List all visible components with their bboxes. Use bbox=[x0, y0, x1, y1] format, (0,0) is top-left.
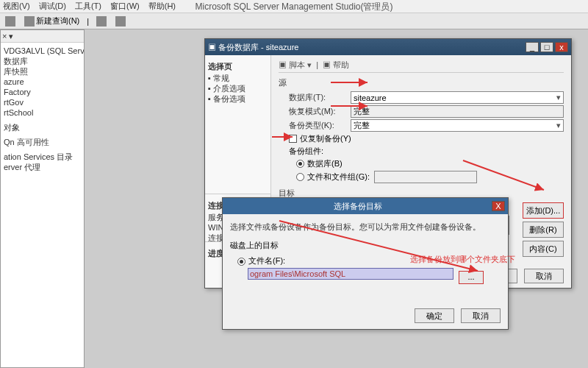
explorer-header: × ▾ bbox=[1, 30, 84, 43]
database-combo[interactable]: siteazure bbox=[351, 91, 564, 104]
maximize-button[interactable]: □ bbox=[540, 42, 553, 52]
help-button[interactable]: ▣ 帮助 bbox=[323, 60, 349, 69]
open-icon bbox=[96, 16, 107, 26]
fg-field bbox=[374, 171, 477, 183]
db-icon bbox=[5, 16, 15, 26]
annotation-text: 选择备份放到哪个文件夹底下 bbox=[410, 254, 515, 265]
tree-item[interactable]: Qn 高可用性 bbox=[4, 137, 81, 147]
tree-item[interactable]: 库快照 bbox=[4, 66, 81, 77]
select-title: 选择备份目标 bbox=[226, 201, 490, 212]
page-general[interactable]: ▪ 常规 bbox=[208, 73, 268, 83]
menu-window[interactable]: 窗口(W) bbox=[110, 1, 140, 12]
toolbar-sep: | bbox=[85, 16, 91, 26]
copyonly-checkbox[interactable] bbox=[289, 135, 297, 143]
newquery-icon bbox=[24, 16, 35, 26]
disk-dest-label: 磁盘上的目标 bbox=[230, 240, 501, 251]
tree-item[interactable]: azure bbox=[4, 77, 81, 87]
script-bar: ▣ 脚本 ▾ | ▣ 帮助 bbox=[279, 60, 564, 73]
toolbar-icon[interactable] bbox=[3, 15, 19, 27]
type-label: 备份类型(K): bbox=[289, 120, 351, 131]
component-fg-label: 文件和文件组(G): bbox=[307, 171, 370, 183]
menu-help[interactable]: 帮助(H) bbox=[148, 1, 176, 12]
backup-title: 备份数据库 - siteazure bbox=[218, 43, 298, 52]
add-button[interactable]: 添加(D)... bbox=[523, 202, 564, 219]
close-button[interactable]: X bbox=[492, 201, 505, 211]
tree-item[interactable]: Factory bbox=[4, 87, 81, 97]
tree-item[interactable]: rtGov bbox=[4, 97, 81, 107]
menubar: 视图(V) 调试(D) 工具(T) 窗口(W) 帮助(H) bbox=[0, 0, 588, 13]
tree-item[interactable]: 数据库 bbox=[4, 56, 81, 66]
server-node[interactable]: VDG3ALVL (SQL Server 12.0. bbox=[4, 46, 81, 56]
file-label: 文件名(F): bbox=[248, 256, 285, 265]
file-radio[interactable] bbox=[237, 258, 245, 266]
tree-item[interactable]: erver 代理 bbox=[4, 162, 81, 172]
select-desc: 选择文件或备份设备作为备份目标。您可以为常用文件创建备份设备。 bbox=[230, 222, 501, 233]
minimize-button[interactable]: _ bbox=[526, 42, 539, 52]
page-options[interactable]: ▪ 备份选项 bbox=[208, 93, 268, 104]
menu-debug[interactable]: 调试(D) bbox=[39, 1, 66, 12]
new-query-button[interactable]: 新建查询(N) bbox=[22, 15, 82, 27]
recovery-label: 恢复模式(M): bbox=[289, 106, 351, 117]
close-button[interactable]: x bbox=[555, 42, 568, 52]
tree-item[interactable]: ation Services 目录 bbox=[4, 152, 81, 162]
cancel-button[interactable]: 取消 bbox=[461, 308, 501, 323]
select-titlebar[interactable]: 选择备份目标 X bbox=[223, 198, 508, 214]
remove-button[interactable]: 删除(R) bbox=[523, 222, 564, 238]
backup-titlebar[interactable]: ▣ 备份数据库 - siteazure _ □ x bbox=[205, 39, 571, 55]
component-fg-radio[interactable] bbox=[296, 173, 304, 181]
toolbar: 新建查询(N) | bbox=[0, 13, 588, 29]
pages-header: 选择页 bbox=[208, 61, 268, 71]
browse-button[interactable]: ... bbox=[459, 271, 484, 284]
tree-item[interactable]: 对象 bbox=[4, 122, 81, 132]
page-media[interactable]: ▪ 介质选项 bbox=[208, 83, 268, 93]
script-button[interactable]: ▣ 脚本 ▾ bbox=[279, 60, 312, 69]
copyonly-label: 仅复制备份(Y) bbox=[300, 133, 351, 144]
cancel-button[interactable]: 取消 bbox=[524, 269, 564, 283]
object-explorer: × ▾ VDG3ALVL (SQL Server 12.0. 数据库 库快照 a… bbox=[0, 29, 85, 368]
newquery-label: 新建查询(N) bbox=[36, 15, 79, 26]
db-icon: ▣ bbox=[208, 43, 216, 52]
component-db-label: 数据库(B) bbox=[307, 158, 343, 169]
type-combo[interactable]: 完整 bbox=[351, 119, 564, 132]
source-label: 源 bbox=[279, 77, 564, 88]
file-path-input[interactable]: ogram Files\Microsoft SQL Server\MSSQL12… bbox=[248, 268, 453, 280]
contents-button[interactable]: 内容(C) bbox=[523, 241, 564, 257]
save-icon bbox=[115, 16, 126, 26]
component-db-radio[interactable] bbox=[296, 160, 304, 168]
ok-button[interactable]: 确定 bbox=[415, 308, 454, 323]
toolbar-icon[interactable] bbox=[113, 15, 129, 27]
toolbar-icon[interactable] bbox=[94, 15, 110, 27]
component-label: 备份组件: bbox=[289, 146, 323, 157]
database-label: 数据库(T): bbox=[289, 92, 351, 103]
recovery-field: 完整 bbox=[351, 105, 564, 118]
menu-view[interactable]: 视图(V) bbox=[3, 1, 30, 12]
menu-tools[interactable]: 工具(T) bbox=[75, 1, 101, 12]
tree-item[interactable]: rtSchool bbox=[4, 107, 81, 118]
